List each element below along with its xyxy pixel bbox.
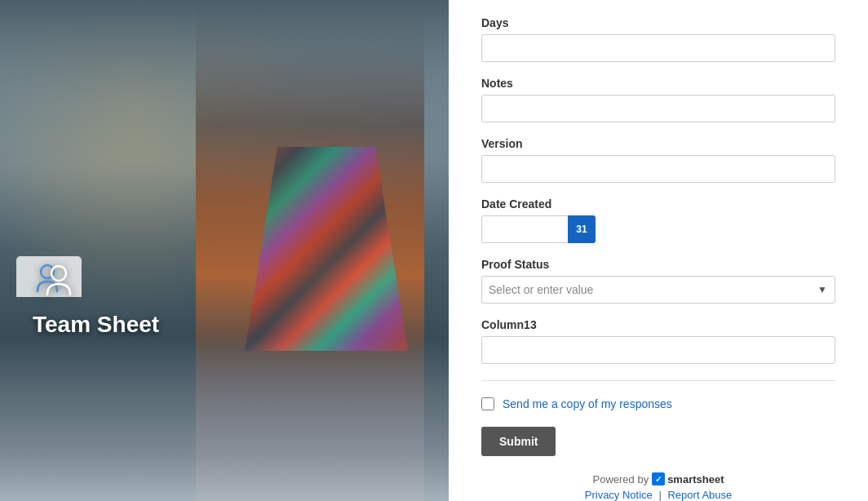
right-panel: Days Notes Version Date Created 31 Proof bbox=[449, 0, 868, 501]
date-created-label: Date Created bbox=[481, 197, 835, 211]
copy-responses-group: Send me a copy of my responses bbox=[481, 397, 835, 410]
days-label: Days bbox=[481, 16, 835, 29]
proof-status-select-wrapper: Select or enter value ▼ bbox=[481, 276, 835, 304]
notes-group: Notes bbox=[481, 77, 835, 122]
date-created-group: Date Created 31 bbox=[481, 197, 835, 243]
divider bbox=[481, 380, 835, 381]
footer-separator: | bbox=[658, 489, 661, 501]
smartsheet-logo: ✓ smartsheet bbox=[652, 472, 724, 485]
team-icon bbox=[33, 257, 159, 305]
days-input[interactable] bbox=[481, 34, 835, 62]
form-section: Days Notes Version Date Created 31 Proof bbox=[481, 16, 835, 456]
footer-links: Privacy Notice | Report Abuse bbox=[481, 489, 835, 501]
street-ground bbox=[0, 338, 449, 501]
proof-status-group: Proof Status Select or enter value ▼ bbox=[481, 258, 835, 304]
calendar-icon[interactable]: 31 bbox=[568, 215, 596, 243]
version-input[interactable] bbox=[481, 155, 835, 183]
version-group: Version bbox=[481, 137, 835, 183]
copy-responses-label[interactable]: Send me a copy of my responses bbox=[503, 397, 672, 410]
notes-input[interactable] bbox=[481, 95, 835, 122]
smartsheet-brand-name: smartsheet bbox=[667, 473, 724, 485]
column13-group: Column13 bbox=[481, 318, 835, 364]
proof-status-label: Proof Status bbox=[481, 258, 835, 271]
background-image: Team Sheet bbox=[0, 0, 449, 501]
notes-label: Notes bbox=[481, 77, 835, 90]
proof-status-select[interactable]: Select or enter value bbox=[481, 276, 835, 304]
powered-by-section: Powered by ✓ smartsheet bbox=[481, 472, 835, 485]
column13-input[interactable] bbox=[481, 336, 835, 364]
privacy-notice-link[interactable]: Privacy Notice bbox=[585, 489, 653, 501]
powered-by-text: Powered by bbox=[592, 473, 649, 485]
date-input-wrapper: 31 bbox=[481, 215, 596, 243]
version-label: Version bbox=[481, 137, 835, 150]
team-sheet-title: Team Sheet bbox=[33, 312, 159, 338]
submit-button[interactable]: Submit bbox=[481, 427, 556, 456]
days-group: Days bbox=[481, 16, 835, 62]
left-panel: Team Sheet bbox=[0, 0, 449, 501]
column13-label: Column13 bbox=[481, 318, 835, 331]
smartsheet-check-icon: ✓ bbox=[652, 472, 665, 485]
copy-responses-checkbox[interactable] bbox=[481, 397, 494, 410]
report-abuse-link[interactable]: Report Abuse bbox=[667, 489, 732, 501]
footer: Powered by ✓ smartsheet Privacy Notice |… bbox=[481, 456, 835, 501]
team-sheet-overlay: Team Sheet bbox=[33, 257, 159, 338]
